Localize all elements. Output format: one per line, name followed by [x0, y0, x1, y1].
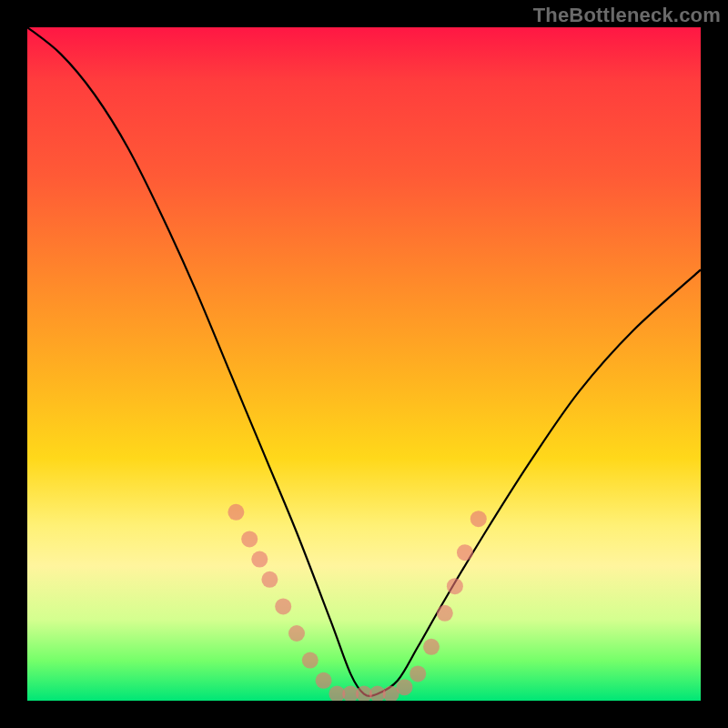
marker-point	[447, 578, 463, 594]
marker-point	[423, 639, 440, 655]
marker-point	[241, 531, 258, 547]
marker-point	[410, 665, 426, 682]
watermark-text: TheBottleneck.com	[533, 4, 721, 27]
marker-point	[288, 625, 305, 642]
chart-container: TheBottleneck.com	[0, 0, 728, 728]
bottleneck-curve	[27, 27, 701, 696]
marker-point	[261, 571, 278, 588]
marker-point	[275, 598, 291, 614]
marker-point	[437, 605, 453, 622]
marker-point	[316, 672, 332, 689]
marker-point	[251, 551, 268, 568]
marker-point	[302, 652, 318, 669]
marker-point	[228, 504, 244, 521]
marker-point	[396, 679, 412, 695]
plot-area	[27, 27, 701, 701]
marker-group	[228, 504, 486, 701]
curve-svg	[27, 27, 701, 701]
marker-point	[457, 544, 473, 561]
marker-point	[470, 511, 487, 527]
